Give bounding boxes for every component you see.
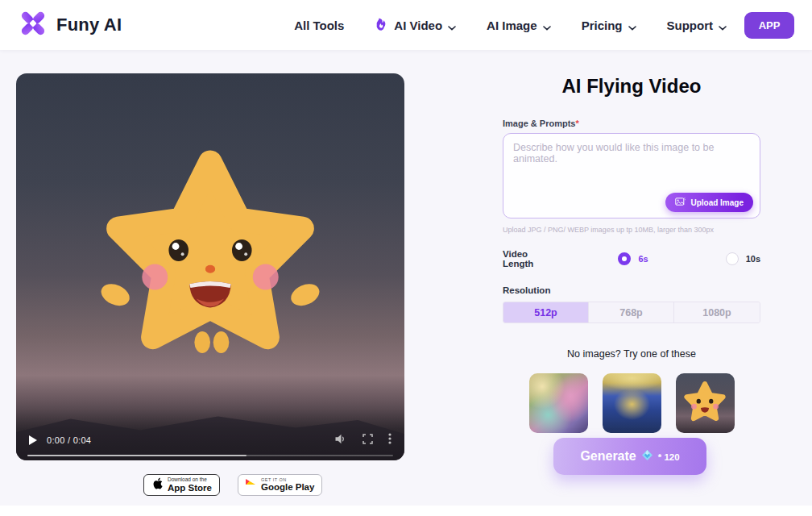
app-store-badge[interactable]: Download on the App Store (143, 474, 220, 496)
nav-label: Pricing (582, 19, 623, 32)
nav-ai-video[interactable]: AI Video (375, 17, 456, 34)
badge-store-name: App Store (168, 483, 212, 493)
samples-title: No images? Try one of these (503, 348, 760, 360)
nav-support[interactable]: Support (667, 18, 727, 33)
sample-warrior-thumbnail[interactable] (603, 373, 661, 433)
gem-icon (642, 450, 652, 463)
radio-selected-icon[interactable] (618, 252, 631, 265)
resolution-label: Resolution (503, 285, 760, 295)
nav-label: Support (667, 19, 714, 32)
top-navigation-bar: Funy AI All Tools AI Video AI Image (0, 0, 812, 50)
funy-ai-logo-icon (18, 8, 48, 42)
required-asterisk: * (575, 119, 578, 128)
sample-star-thumbnail[interactable] (676, 373, 735, 433)
video-progress-bar[interactable] (27, 455, 393, 456)
sample-fairy-thumbnail[interactable] (529, 373, 588, 433)
video-length-label: Video Length (503, 249, 539, 268)
image-upload-icon (675, 198, 686, 208)
google-play-badge[interactable]: GET IT ON Google Play (238, 474, 322, 496)
radio-unselected-icon[interactable] (726, 252, 739, 265)
video-controls: 0:00 / 0:04 (16, 430, 404, 451)
chevron-down-icon (719, 19, 727, 33)
generate-button[interactable]: Generate * 120 (553, 438, 706, 475)
length-option-label: 6s (638, 254, 648, 264)
badge-store-name: Google Play (261, 482, 314, 492)
plush-star-character (89, 148, 331, 369)
resolution-segmented-control: 512p 768p 1080p (503, 302, 760, 323)
fullscreen-icon[interactable] (362, 433, 373, 447)
generate-cost: * 120 (658, 452, 680, 462)
play-button[interactable] (29, 435, 37, 445)
page-footer-strip (0, 506, 812, 516)
store-badges: Download on the App Store GET IT ON Goog… (143, 474, 322, 496)
more-options-icon[interactable] (388, 433, 392, 447)
chevron-down-icon (628, 19, 636, 33)
volume-muted-icon[interactable] (335, 433, 347, 447)
google-play-icon (246, 479, 256, 491)
nav-label: AI Video (394, 19, 442, 32)
generator-panel: AI Flying Video Image & Prompts* Upload … (503, 75, 760, 433)
main-nav: All Tools AI Video AI Image Pricing (294, 17, 727, 34)
length-option-10s[interactable]: 10s (726, 252, 760, 265)
resolution-option-1080p[interactable]: 1080p (674, 302, 760, 322)
apple-icon (151, 476, 163, 493)
flame-icon (375, 17, 388, 34)
chevron-down-icon (543, 19, 551, 33)
upload-button-label: Upload Image (690, 198, 744, 207)
upload-hint: Upload JPG / PNG/ WEBP images up tp 10MB… (503, 226, 760, 234)
nav-label: AI Image (487, 19, 537, 32)
time-display: 0:00 / 0:04 (47, 435, 91, 445)
buffered-range (27, 455, 246, 456)
nav-label: All Tools (294, 19, 344, 32)
sample-thumbnails (503, 373, 760, 433)
chevron-down-icon (448, 19, 456, 33)
nav-pricing[interactable]: Pricing (582, 18, 636, 33)
upload-image-button[interactable]: Upload Image (665, 193, 753, 212)
page-title: AI Flying Video (503, 75, 760, 98)
preview-video-player[interactable]: 0:00 / 0:04 (16, 73, 404, 460)
app-button[interactable]: APP (744, 12, 794, 39)
prompt-field-label: Image & Prompts* (503, 119, 760, 128)
length-option-6s[interactable]: 6s (618, 252, 648, 265)
generate-label: Generate (580, 449, 636, 464)
brand-name: Funy AI (56, 15, 122, 35)
resolution-option-768p[interactable]: 768p (589, 302, 674, 322)
length-option-label: 10s (746, 254, 760, 264)
nav-all-tools[interactable]: All Tools (294, 19, 344, 32)
prompt-label-text: Image & Prompts (503, 119, 575, 128)
resolution-option-512p[interactable]: 512p (503, 302, 589, 322)
nav-ai-image[interactable]: AI Image (487, 18, 551, 33)
badge-tagline: Download on the (168, 477, 212, 483)
prompt-box: Upload Image (503, 133, 760, 222)
brand[interactable]: Funy AI (18, 8, 122, 42)
video-length-row: Video Length 6s 10s (503, 249, 760, 268)
